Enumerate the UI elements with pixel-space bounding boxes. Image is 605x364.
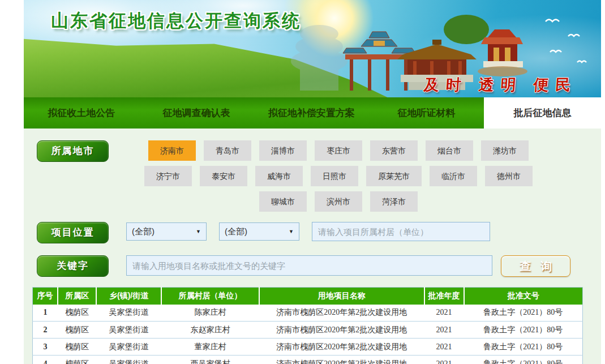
table-cell: 鲁政土字（2021）80号 — [464, 356, 583, 364]
city-button[interactable]: 济南市 — [148, 140, 196, 161]
table-cell: 陈家庄村 — [161, 305, 259, 322]
table-row[interactable]: 2槐荫区吴家堡街道东赵家庄村济南市槐荫区2020年第2批次建设用地2021鲁政土… — [33, 322, 583, 339]
table-cell: 4 — [33, 356, 58, 364]
city-filter-label: 所属地市 — [37, 140, 109, 162]
city-button[interactable]: 滨州市 — [315, 191, 362, 212]
table-cell: 济南市槐荫区2020年第2批次建设用地 — [259, 322, 424, 339]
keyword-filter-row: 关键字 查 询 — [37, 255, 601, 277]
nav-tab[interactable]: 拟征地补偿安置方案 — [254, 97, 369, 129]
search-button[interactable]: 查 询 — [501, 255, 570, 277]
table-cell: 鲁政土字（2021）80号 — [464, 322, 583, 339]
results-table-head: 序号所属区乡(镇)/街道所属村居（单位）用地项目名称批准年度批准文号 — [33, 288, 583, 305]
city-button[interactable]: 东营市 — [370, 140, 418, 161]
city-button[interactable]: 威海市 — [255, 166, 303, 186]
city-button[interactable]: 日照市 — [311, 166, 358, 186]
nav-tab-active[interactable]: 批后征地信息 — [484, 97, 601, 129]
table-cell: 2021 — [424, 356, 464, 364]
table-cell: 2021 — [424, 339, 464, 356]
location-controls: (全部) ▼ (全部) ▼ — [126, 222, 490, 241]
column-header: 所属村居（单位） — [161, 288, 259, 305]
table-cell: 槐荫区 — [58, 305, 96, 322]
table-cell: 吴家堡街道 — [96, 339, 161, 356]
table-cell: 济南市槐荫区2020年第2批次建设用地 — [259, 356, 424, 364]
city-button[interactable]: 枣庄市 — [315, 140, 362, 161]
table-cell: 董家庄村 — [161, 339, 259, 356]
city-button[interactable]: 原莱芜市 — [366, 166, 422, 186]
header-row: 序号所属区乡(镇)/街道所属村居（单位）用地项目名称批准年度批准文号 — [33, 288, 583, 305]
memorial-arch-icon — [343, 32, 415, 91]
table-cell: 1 — [33, 305, 58, 322]
table-row[interactable]: 4槐荫区吴家堡街道西吴家堡村济南市槐荫区2020年第2批次建设用地2021鲁政土… — [33, 356, 583, 364]
keyword-input[interactable] — [126, 255, 492, 276]
nav-tab[interactable]: 征地调查确认表 — [139, 97, 254, 129]
sun-illustration — [295, 0, 374, 58]
nav-tab[interactable]: 征地听证材料 — [369, 97, 484, 129]
banner: 山东省征地信息公开查询系统 及时 透明 便民 — [24, 0, 601, 97]
city-button[interactable]: 临沂市 — [430, 166, 477, 186]
seagulls-icon — [546, 20, 586, 63]
page: 山东省征地信息公开查询系统 及时 透明 便民 拟征收土地公告征地调查确认表拟征地… — [24, 0, 601, 364]
table-cell: 3 — [33, 339, 58, 356]
location-filter-row: 项目位置 (全部) ▼ (全部) ▼ — [37, 222, 601, 243]
table-cell: 2 — [33, 322, 58, 339]
city-filter-row: 所属地市 济南市青岛市淄博市枣庄市东营市烟台市潍坊市济宁市泰安市威海市日照市原莱… — [37, 140, 601, 212]
main-nav: 拟征收土地公告征地调查确认表拟征地补偿安置方案征地听证材料批后征地信息 — [24, 97, 601, 129]
site-title: 山东省征地信息公开查询系统 — [51, 9, 301, 33]
table-cell: 槐荫区 — [58, 339, 96, 356]
table-cell: 鲁政土字（2021）80号 — [464, 339, 583, 356]
city-button[interactable]: 泰安市 — [200, 166, 247, 186]
column-header: 批准文号 — [464, 288, 583, 305]
table-cell: 吴家堡街道 — [96, 305, 161, 322]
table-cell: 鲁政土字（2021）80号 — [464, 305, 583, 322]
column-header: 所属区 — [58, 288, 96, 305]
column-header: 用地项目名称 — [259, 288, 424, 305]
table-cell: 槐荫区 — [58, 322, 96, 339]
chevron-down-icon: ▼ — [196, 229, 201, 234]
city-button[interactable]: 青岛市 — [204, 140, 251, 161]
column-header: 乡(镇)/街道 — [96, 288, 161, 305]
city-button[interactable]: 德州市 — [485, 166, 533, 186]
village-input[interactable] — [312, 222, 490, 241]
city-buttons: 济南市青岛市淄博市枣庄市东营市烟台市潍坊市济宁市泰安市威海市日照市原莱芜市临沂市… — [123, 140, 554, 212]
city-button[interactable]: 淄博市 — [259, 140, 307, 161]
table-cell: 吴家堡街道 — [96, 322, 161, 339]
table-cell: 槐荫区 — [58, 356, 96, 364]
table-cell: 济南市槐荫区2020年第2批次建设用地 — [259, 305, 424, 322]
keyword-filter-label: 关键字 — [37, 255, 109, 277]
chevron-down-icon: ▼ — [289, 229, 294, 234]
pavilion-icon — [444, 15, 527, 76]
table-cell: 2021 — [424, 305, 464, 322]
table-cell: 东赵家庄村 — [161, 322, 259, 339]
city-button[interactable]: 潍坊市 — [481, 140, 529, 161]
table-cell: 西吴家堡村 — [161, 356, 259, 364]
district-select-value: (全部) — [132, 226, 155, 237]
street-select-value: (全部) — [225, 226, 247, 237]
table-row[interactable]: 3槐荫区吴家堡街道董家庄村济南市槐荫区2020年第2批次建设用地2021鲁政土字… — [33, 339, 583, 356]
city-button[interactable]: 济宁市 — [144, 166, 192, 186]
district-select[interactable]: (全部) ▼ — [126, 222, 207, 241]
table-row[interactable]: 1槐荫区吴家堡街道陈家庄村济南市槐荫区2020年第2批次建设用地2021鲁政土字… — [33, 305, 583, 322]
column-header: 序号 — [33, 288, 58, 305]
street-select[interactable]: (全部) ▼ — [219, 222, 299, 241]
banner-slogan: 及时 透明 便民 — [423, 75, 578, 95]
location-filter-label: 项目位置 — [37, 222, 109, 243]
results-table-body: 1槐荫区吴家堡街道陈家庄村济南市槐荫区2020年第2批次建设用地2021鲁政土字… — [33, 305, 583, 364]
table-cell: 济南市槐荫区2020年第2批次建设用地 — [259, 339, 424, 356]
table-cell: 吴家堡街道 — [96, 356, 161, 364]
city-button[interactable]: 聊城市 — [259, 191, 307, 212]
filter-panel: 所属地市 济南市青岛市淄博市枣庄市东营市烟台市潍坊市济宁市泰安市威海市日照市原莱… — [24, 129, 601, 364]
table-cell: 2021 — [424, 322, 464, 339]
city-button[interactable]: 烟台市 — [426, 140, 473, 161]
nav-tab[interactable]: 拟征收土地公告 — [24, 97, 139, 129]
results-table: 序号所属区乡(镇)/街道所属村居（单位）用地项目名称批准年度批准文号 1槐荫区吴… — [32, 287, 583, 364]
column-header: 批准年度 — [424, 288, 464, 305]
city-button[interactable]: 菏泽市 — [370, 191, 418, 212]
